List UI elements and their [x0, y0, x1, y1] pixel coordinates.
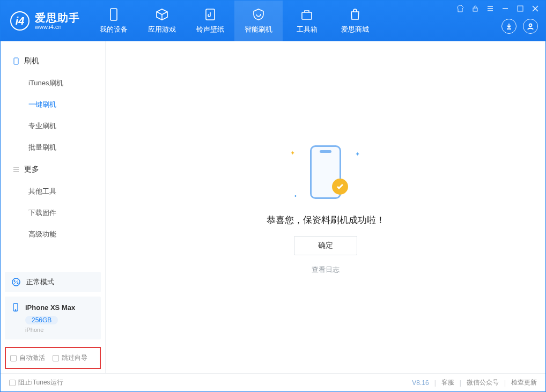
checkmark-badge: [332, 179, 348, 195]
sparkle-icon: ✦: [355, 151, 360, 158]
footer-left: 阻止iTunes运行: [9, 378, 63, 387]
check-update-link[interactable]: 检查更新: [511, 378, 537, 387]
sidebar-item-pro-flash[interactable]: 专业刷机: [1, 115, 105, 137]
list-icon: [12, 166, 20, 173]
separator: |: [460, 379, 461, 387]
tab-label: 智能刷机: [245, 25, 272, 34]
download-button[interactable]: [501, 19, 517, 34]
close-button[interactable]: [532, 5, 539, 12]
sparkle-icon: •: [294, 193, 297, 199]
shirt-icon[interactable]: [456, 5, 464, 12]
ok-button[interactable]: 确定: [294, 236, 357, 255]
checkbox-label: 阻止iTunes运行: [18, 378, 63, 387]
footer-right: V8.16 | 客服 | 微信公众号 | 检查更新: [412, 378, 537, 387]
sidebar-item-oneclick-flash[interactable]: 一键刷机: [1, 94, 105, 115]
sidebar-item-download-firmware[interactable]: 下载固件: [1, 202, 105, 224]
sidebar-group-more: 更多: [1, 158, 105, 181]
svg-rect-4: [518, 6, 523, 11]
lock-icon[interactable]: [471, 5, 479, 12]
checkbox-label: 跳过向导: [62, 353, 87, 363]
body: 刷机 iTunes刷机 一键刷机 专业刷机 批量刷机 更多 其他工具 下载固件 …: [1, 41, 545, 373]
version-label: V8.16: [412, 379, 429, 387]
group-label: 刷机: [24, 56, 39, 66]
svg-rect-0: [110, 9, 117, 20]
user-buttons: [501, 19, 539, 37]
wechat-link[interactable]: 微信公众号: [467, 378, 499, 387]
menu-icon[interactable]: [486, 5, 494, 12]
tab-store[interactable]: 爱思商城: [331, 1, 379, 41]
app-subtitle: www.i4.cn: [35, 24, 80, 30]
separator: |: [504, 379, 506, 387]
checkbox-box: [10, 355, 17, 361]
sidebar-item-other-tools[interactable]: 其他工具: [1, 181, 105, 202]
sidebar-item-advanced[interactable]: 高级功能: [1, 224, 105, 245]
app-window: i4 爱思助手 www.i4.cn 我的设备 应用游戏 铃声壁纸 智能刷机: [0, 0, 546, 392]
sidebar-menu: 刷机 iTunes刷机 一键刷机 专业刷机 批量刷机 更多 其他工具 下载固件 …: [1, 41, 105, 268]
svg-rect-6: [14, 58, 18, 64]
sidebar: 刷机 iTunes刷机 一键刷机 专业刷机 批量刷机 更多 其他工具 下载固件 …: [1, 41, 106, 373]
view-log-link[interactable]: 查看日志: [312, 265, 340, 275]
svg-point-5: [529, 24, 532, 27]
mode-label: 正常模式: [26, 277, 54, 287]
separator: |: [434, 379, 436, 387]
customer-service-link[interactable]: 客服: [441, 378, 454, 387]
device-mode-block[interactable]: 正常模式: [5, 272, 101, 292]
toolbox-icon: [300, 8, 314, 21]
checkbox-box: [9, 380, 16, 386]
svg-point-11: [15, 309, 16, 310]
minimize-button[interactable]: [501, 5, 509, 12]
app-logo-icon: i4: [10, 11, 29, 31]
sparkle-icon: ✦: [290, 150, 295, 157]
phone-small-icon: [11, 303, 20, 312]
checkbox-skip-guide[interactable]: 跳过向导: [53, 353, 87, 363]
logo-area: i4 爱思助手 www.i4.cn: [1, 11, 86, 31]
tab-apps-games[interactable]: 应用游戏: [138, 1, 186, 41]
nav-tabs: 我的设备 应用游戏 铃声壁纸 智能刷机 工具箱 爱思商城: [90, 1, 379, 41]
tab-smart-flash[interactable]: 智能刷机: [234, 1, 283, 41]
success-message: 恭喜您，保资料刷机成功啦！: [267, 214, 385, 226]
device-icon: [12, 57, 20, 65]
checkbox-label: 自动激活: [19, 353, 45, 363]
bag-icon: [348, 8, 362, 21]
titlebar-right: [456, 1, 539, 41]
refresh-shield-icon: [252, 8, 265, 21]
group-label: 更多: [24, 165, 39, 174]
tab-label: 我的设备: [100, 25, 128, 34]
svg-point-9: [17, 283, 19, 284]
device-type: iPhone: [25, 327, 94, 333]
svg-rect-2: [302, 12, 312, 19]
svg-point-8: [14, 280, 16, 282]
tab-label: 铃声壁纸: [196, 25, 224, 34]
tab-ringtones-wallpapers[interactable]: 铃声壁纸: [186, 1, 234, 41]
main-content: ✦ ✦ • 恭喜您，保资料刷机成功啦！ 确定 查看日志: [106, 41, 545, 373]
sidebar-item-batch-flash[interactable]: 批量刷机: [1, 137, 105, 158]
tab-label: 爱思商城: [341, 25, 369, 34]
tab-label: 工具箱: [297, 25, 318, 34]
app-title: 爱思助手: [35, 12, 80, 24]
device-capacity: 256GB: [25, 316, 58, 324]
tab-my-device[interactable]: 我的设备: [90, 1, 138, 41]
tab-toolbox[interactable]: 工具箱: [283, 1, 331, 41]
user-button[interactable]: [523, 19, 538, 34]
checkbox-block-itunes[interactable]: 阻止iTunes运行: [9, 378, 63, 387]
options-row: 自动激活 跳过向导: [5, 347, 101, 369]
device-row: iPhone XS Max: [11, 303, 94, 312]
logo-text: 爱思助手 www.i4.cn: [35, 12, 80, 30]
footer: 阻止iTunes运行 V8.16 | 客服 | 微信公众号 | 检查更新: [1, 373, 545, 391]
music-file-icon: [203, 8, 217, 21]
sidebar-group-flash: 刷机: [1, 50, 105, 72]
device-card[interactable]: iPhone XS Max 256GB iPhone: [5, 297, 101, 339]
phone-icon: [107, 8, 121, 21]
sidebar-item-itunes-flash[interactable]: iTunes刷机: [1, 72, 105, 94]
success-illustration: ✦ ✦ •: [283, 140, 368, 204]
maximize-button[interactable]: [517, 5, 524, 12]
checkbox-auto-activate[interactable]: 自动激活: [10, 353, 45, 363]
mode-icon: [11, 277, 21, 287]
device-name: iPhone XS Max: [25, 304, 75, 312]
svg-rect-3: [473, 8, 477, 11]
cube-icon: [155, 8, 169, 21]
tab-label: 应用游戏: [148, 25, 176, 34]
window-buttons: [456, 5, 539, 12]
titlebar: i4 爱思助手 www.i4.cn 我的设备 应用游戏 铃声壁纸 智能刷机: [1, 1, 545, 41]
checkbox-box: [53, 355, 59, 361]
